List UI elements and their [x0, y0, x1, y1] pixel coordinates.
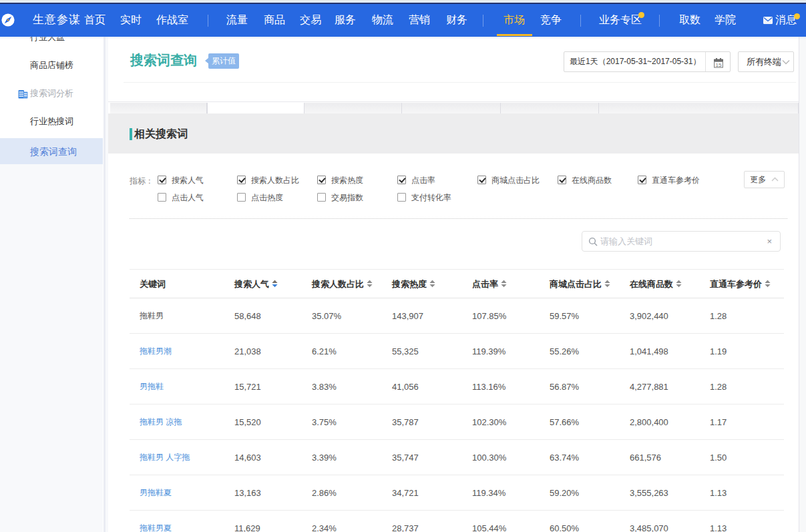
- svg-text:15: 15: [716, 62, 722, 68]
